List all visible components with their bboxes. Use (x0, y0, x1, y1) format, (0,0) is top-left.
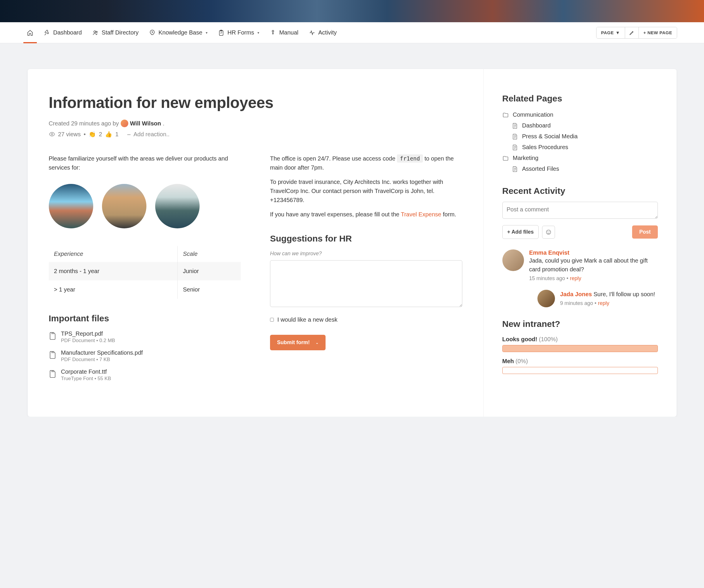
eye-icon (49, 131, 55, 138)
submit-form-button[interactable]: Submit form! ⌄ (270, 335, 326, 350)
pin-icon (44, 30, 50, 36)
area-image-2 (102, 184, 146, 228)
file-icon (49, 350, 56, 359)
comment-text: Jada, could you give Mark a call about t… (529, 256, 658, 274)
experience-table: Experience Scale 2 months - 1 year Junio… (49, 246, 241, 299)
triangle-down-icon: ▼ (615, 30, 620, 35)
cell: Junior (178, 262, 241, 280)
related-label: Dashboard (522, 122, 551, 129)
file-meta: PDF Document • 0.2 MB (61, 338, 115, 343)
emoji-button[interactable] (542, 226, 555, 238)
suggestions-heading: Suggestions for HR (270, 233, 462, 244)
related-label: Communication (513, 111, 553, 118)
related-page-sales[interactable]: Sales Procedures (503, 142, 658, 153)
file-meta: TrueType Font • 55 KB (61, 376, 111, 382)
poll-heading: New intranet? (503, 319, 658, 329)
area-image-3 (155, 184, 199, 228)
poll-option-label: Looks good! (503, 336, 537, 342)
chevron-down-icon: ⌄ (315, 341, 318, 345)
related-page-dashboard[interactable]: Dashboard (503, 120, 658, 131)
comment-item: Emma Enqvist Jada, could you give Mark a… (503, 250, 658, 281)
cell: Senior (178, 280, 241, 299)
nav-dashboard[interactable]: Dashboard (44, 29, 82, 36)
svg-point-6 (546, 230, 551, 234)
nav-hr-forms[interactable]: HR Forms ▾ (218, 29, 259, 36)
nav-activity[interactable]: Activity (309, 29, 337, 36)
reply-link[interactable]: reply (598, 300, 609, 306)
new-page-button[interactable]: + NEW PAGE (639, 27, 677, 38)
travel-expense-link[interactable]: Travel Expense (401, 211, 441, 218)
page-title: Information for new employees (49, 94, 462, 111)
view-count: 27 views (58, 131, 81, 138)
activity-icon (309, 30, 315, 36)
new-page-label: + NEW PAGE (644, 30, 672, 35)
nav-home[interactable] (27, 30, 33, 36)
poll-option-1[interactable]: Looks good! (100%) (503, 336, 658, 352)
related-folder-communication[interactable]: Communication (503, 109, 658, 120)
file-icon (49, 369, 56, 378)
comment-text: Sure, I'll follow up soon! (593, 291, 655, 298)
author-name: Will Wilson (130, 120, 161, 127)
office-hours-text: The office is open 24/7. Please use acce… (270, 154, 462, 172)
page-dropdown-button[interactable]: PAGE ▼ (596, 27, 625, 38)
edit-button[interactable] (625, 27, 639, 38)
insurance-text: To provide travel insurance, City Archit… (270, 177, 462, 205)
nav-manual[interactable]: Manual (270, 29, 298, 36)
table-header-experience: Experience (49, 246, 178, 262)
header-banner (0, 0, 704, 22)
svg-point-1 (96, 31, 97, 33)
post-button[interactable]: Post (632, 225, 657, 238)
nav-label: Activity (318, 29, 337, 36)
related-page-assorted[interactable]: Assorted Files (503, 163, 658, 174)
document-icon (512, 122, 518, 129)
page-btn-label: PAGE (601, 30, 614, 35)
file-item[interactable]: Manufacturer Specifications.pdf PDF Docu… (49, 350, 241, 363)
commenter-name[interactable]: Jada Jones (560, 291, 592, 298)
related-label: Press & Social Media (522, 133, 578, 140)
table-row: > 1 year Senior (49, 280, 241, 299)
poll-option-2[interactable]: Meh (0%) (503, 358, 658, 374)
cell: > 1 year (49, 280, 178, 299)
file-item[interactable]: Corporate Font.ttf TrueType Font • 55 KB (49, 368, 241, 382)
checkbox-label: I would like a new desk (277, 316, 338, 323)
poll-option-pct: (100%) (539, 336, 558, 342)
submit-label: Submit form! (277, 339, 310, 345)
related-folder-marketing[interactable]: Marketing (503, 153, 658, 163)
chevron-down-icon: ▾ (206, 31, 208, 35)
suggestions-textarea[interactable] (270, 260, 462, 307)
add-reaction-button[interactable]: Add reaction.. (133, 131, 170, 138)
thumbs-count: 1 (115, 131, 118, 138)
author-avatar (121, 120, 128, 127)
document-icon (512, 133, 518, 140)
commenter-name[interactable]: Emma Enqvist (529, 250, 658, 256)
file-item[interactable]: TPS_Report.pdf PDF Document • 0.2 MB (49, 330, 241, 343)
comment-input[interactable] (503, 202, 658, 219)
add-files-button[interactable]: + Add files (503, 225, 539, 239)
expense-text: If you have any travel expenses, please … (270, 210, 462, 219)
topbar: Dashboard Staff Directory Knowledge Base… (0, 22, 704, 43)
svg-point-0 (94, 31, 96, 33)
created-time: Created 29 minutes ago by (49, 120, 119, 127)
page-meta: Created 29 minutes ago by Will Wilson. (49, 120, 462, 127)
nav-knowledge-base[interactable]: Knowledge Base ▾ (149, 29, 208, 36)
access-code: fr1end (397, 154, 423, 163)
poll-option-pct: (0%) (516, 358, 528, 364)
reply-link[interactable]: reply (570, 275, 581, 281)
recent-activity-heading: Recent Activity (503, 186, 658, 196)
folder-icon (503, 112, 509, 118)
file-name: Manufacturer Specifications.pdf (61, 350, 143, 356)
file-meta: PDF Document • 7 KB (61, 357, 143, 363)
chevron-down-icon: ▾ (257, 31, 259, 35)
intro-text: Please familiarize yourself with the are… (49, 154, 241, 172)
smiley-icon (546, 229, 551, 235)
comment-time: 15 minutes ago (529, 275, 565, 281)
new-desk-checkbox[interactable] (270, 318, 274, 322)
cell: 2 months - 1 year (49, 262, 178, 280)
table-header-scale: Scale (178, 246, 241, 262)
commenter-avatar (503, 250, 524, 271)
related-page-press[interactable]: Press & Social Media (503, 131, 658, 142)
comment-time: 9 minutes ago (560, 300, 593, 306)
home-icon (27, 30, 33, 36)
nav-staff-directory[interactable]: Staff Directory (92, 29, 138, 36)
person-icon (270, 30, 276, 36)
